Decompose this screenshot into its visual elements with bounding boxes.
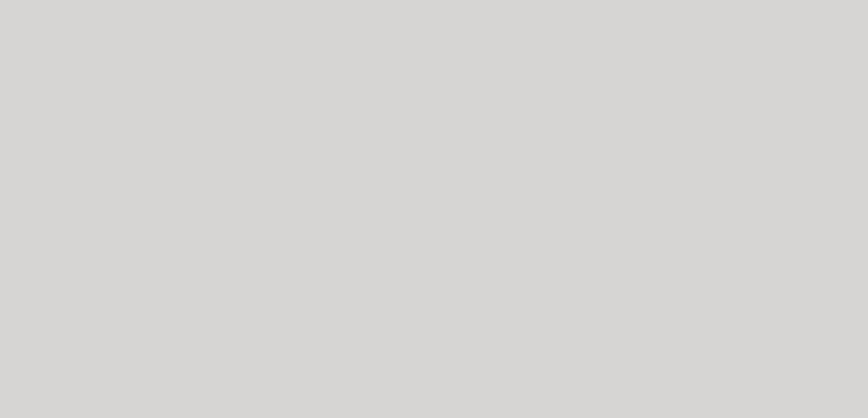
- application-window: [0, 0, 868, 418]
